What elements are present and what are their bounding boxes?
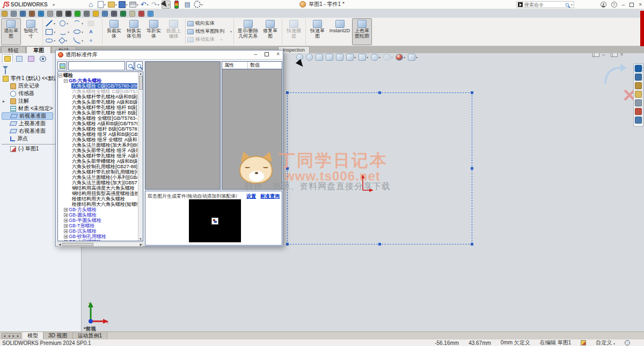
tab-scroll-right-icon[interactable]: ▶ <box>12 334 14 337</box>
parts-search-input[interactable] <box>68 61 125 70</box>
parts-tree-collapsed-group[interactable]: GB-圆头螺栓 <box>58 212 137 218</box>
repair-sketch-button[interactable]: 修复草图 <box>260 18 280 45</box>
mirror-entities-button[interactable]: 镜向实体 <box>187 20 232 27</box>
scrollbar-thumb[interactable] <box>62 243 93 246</box>
search-caret-icon[interactable]: ▾ <box>571 3 573 6</box>
collapse-box-icon[interactable] <box>58 74 62 77</box>
gear-icon[interactable] <box>47 11 53 17</box>
close-button[interactable]: × <box>639 2 642 8</box>
trim-entities-button[interactable]: 剪裁实体 <box>104 18 124 45</box>
tree-vertical-scrollbar[interactable]: ▲ ▼ <box>138 72 143 241</box>
gear-dark-icon[interactable] <box>56 11 62 17</box>
sketch-handle[interactable] <box>378 91 381 94</box>
convert-entities-button[interactable]: 转换实体引用 <box>124 18 144 45</box>
yellow-cross-icon[interactable] <box>93 11 99 17</box>
parts-zoom-button[interactable] <box>135 61 143 70</box>
parts-tree-item[interactable]: 六角头螺栓 细牙 A级和B级[GB/T5 <box>58 132 137 137</box>
dialog-minimize-button[interactable]: – <box>254 51 258 57</box>
parts-tree-item[interactable]: 六角头螺杆带孔螺栓 细牙 A级和B <box>58 153 137 158</box>
hide-show-items-icon[interactable] <box>371 54 380 61</box>
select-cursor-icon[interactable] <box>162 1 171 9</box>
logo-flyout-arrow-icon[interactable]: ▸ <box>53 2 55 7</box>
collapse-box-icon[interactable] <box>64 79 68 83</box>
dialog-maximize-button[interactable] <box>265 52 269 56</box>
offset-entities-button[interactable]: 等距实体 <box>144 18 164 45</box>
parts-tree-item[interactable]: 钢结构用高强度大六角头螺栓 <box>58 185 137 191</box>
open-icon[interactable] <box>108 1 117 9</box>
sketch-rectangle[interactable] <box>287 92 472 244</box>
tab-scroll-buttons[interactable]: ◀ ◀ ▶ ▶ <box>2 333 21 338</box>
parts-tree-collapsed-group[interactable]: GB-十字槽螺栓 <box>58 239 137 241</box>
apply-scene-icon[interactable] <box>396 54 405 61</box>
magnifier-icon[interactable] <box>102 11 108 17</box>
web-globe-icon[interactable] <box>625 340 630 345</box>
web-globe-icon[interactable] <box>38 11 44 17</box>
display-delete-relations-button[interactable]: 显示/删除几何关系 <box>236 18 260 45</box>
threads-icon[interactable] <box>84 11 90 17</box>
expand-box-icon[interactable] <box>64 224 68 228</box>
sketch-corner-icon[interactable] <box>11 11 17 17</box>
green-light-icon[interactable] <box>75 11 80 17</box>
settings-gear-icon[interactable] <box>194 1 203 9</box>
scroll-left-icon[interactable]: ◀ <box>58 242 61 246</box>
parts-tree-collapsed-group[interactable]: GB-沉头螺栓 <box>58 228 137 234</box>
parts-tree-item[interactable]: 六角头螺栓全螺纹 C级[GB/T5781-2 <box>58 89 137 94</box>
featuremanager-tab-icon[interactable] <box>2 54 13 63</box>
dialog-close-button[interactable]: × <box>276 51 280 57</box>
configurationmanager-tab-icon[interactable] <box>26 54 36 63</box>
view-orientation-icon[interactable] <box>346 54 356 61</box>
save-icon[interactable] <box>119 1 128 9</box>
propertymanager-tab-icon[interactable] <box>14 54 25 63</box>
print-icon[interactable] <box>129 1 138 9</box>
parts-tree-item[interactable]: 六角头螺栓 全螺纹[GB/T5783-200 <box>58 116 137 121</box>
surface-offset-button[interactable]: 曲面上偏移 <box>164 18 184 45</box>
view-settings-icon[interactable] <box>408 54 418 61</box>
sketch-handle[interactable] <box>286 167 289 170</box>
monitor-icon[interactable] <box>20 11 26 17</box>
sketch-handle[interactable] <box>471 91 473 94</box>
sketch-handle[interactable] <box>378 243 381 246</box>
expand-box-icon[interactable] <box>64 219 68 222</box>
parts-tree-item[interactable]: 六角头法兰面螺栓(加大)[GB5790- <box>58 180 137 185</box>
excel-icon[interactable] <box>120 11 126 17</box>
edit-appearance-icon[interactable] <box>383 54 393 61</box>
parts-tree-item[interactable]: 钢结构用扭剪型高强度螺栓连接副 <box>58 191 137 196</box>
scroll-right-icon[interactable]: ▶ <box>140 242 142 246</box>
scrollbar-thumb[interactable] <box>139 76 143 90</box>
settings-link[interactable]: 设置 <box>246 193 256 200</box>
sketch-handle[interactable] <box>471 167 473 170</box>
restore-button[interactable] <box>630 3 634 7</box>
command-tab[interactable]: 特征 <box>1 46 26 53</box>
parts-tree-collapsed-group[interactable]: GB-铰制孔用螺栓 <box>58 234 137 239</box>
preview-toggle-button[interactable] <box>57 61 67 70</box>
parts-tree-item[interactable]: 六角头螺栓 A级和B级[GB/T5782-2 <box>58 121 137 126</box>
quick-snaps-button[interactable]: 快速捕捉 <box>284 18 304 45</box>
measure-icon[interactable] <box>336 54 343 61</box>
tree-horizontal-scrollbar[interactable]: ◀ ▶ <box>57 242 143 247</box>
options-traffic-icon[interactable] <box>172 1 181 9</box>
parts-tree-item[interactable]: 六角头螺栓 C级[GB/T5780-2000] <box>58 83 137 89</box>
home-tab-icon[interactable] <box>635 74 642 81</box>
parts-tree-item[interactable]: 六角头铰制孔用螺栓[GB27-88] <box>58 164 137 169</box>
tab-scroll-right-icon[interactable]: ▶ <box>17 334 19 337</box>
image-icon[interactable] <box>148 11 153 17</box>
shaded-sketch-contours-button[interactable]: 上色草图轮廓 <box>352 18 372 45</box>
display-style-icon[interactable] <box>358 54 368 61</box>
view-palette-icon[interactable] <box>635 99 642 106</box>
parts-tree-item[interactable]: 六角头法兰面螺栓(小系列)[GB/T16 <box>58 175 137 180</box>
parts-tree-collapsed-group[interactable]: GB-半圆头螺栓 <box>58 218 137 223</box>
rapid-sketch-button[interactable]: 快速草图 <box>308 18 327 45</box>
binoculars-icon[interactable] <box>111 11 117 17</box>
sketch-handle[interactable] <box>286 243 289 246</box>
design-library-icon[interactable] <box>635 82 642 89</box>
parts-tree-item[interactable]: 六角头头部带孔螺栓 细杆 B级[GB <box>58 110 137 116</box>
sketch-handle[interactable] <box>471 243 473 246</box>
document-tab[interactable]: 3D 视图 <box>43 332 73 339</box>
expand-box-icon[interactable] <box>64 240 68 242</box>
zoom-area-icon[interactable] <box>306 54 313 61</box>
parts-tree-collapsed-group[interactable]: GB-方头螺栓 <box>58 207 137 212</box>
feature-tree-item[interactable]: 前视基准面 <box>2 112 53 120</box>
parts-tree-item[interactable]: 栓接结构用大六角头螺栓 <box>58 196 137 201</box>
minimize-button[interactable]: – <box>622 2 625 8</box>
home-icon[interactable] <box>86 1 96 9</box>
